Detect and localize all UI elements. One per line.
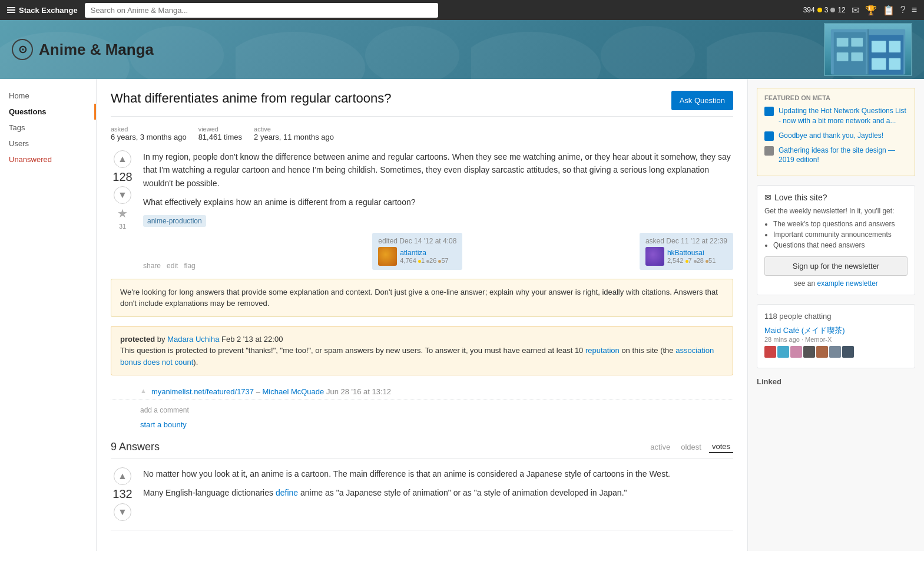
hk-rep: 2,542 7 28 51 — [667, 257, 716, 264]
example-newsletter-link[interactable]: example newsletter — [817, 279, 877, 288]
viewed-stat: viewed 81,461 times — [198, 126, 242, 141]
search-bar[interactable] — [85, 3, 438, 18]
site-header: ⊙ Anime & Manga — [0, 20, 924, 79]
help-icon[interactable]: ? — [900, 5, 906, 15]
sidebar-item-unanswered[interactable]: Unanswered — [0, 151, 96, 167]
hamburger-menu-icon[interactable]: ≡ — [912, 5, 917, 15]
site-logo-nav[interactable]: Stack Exchange — [7, 6, 78, 15]
downvote-button[interactable]: ▼ — [114, 186, 131, 204]
search-input[interactable] — [85, 3, 438, 18]
hamburger-icon[interactable] — [7, 7, 15, 13]
featured-link-1[interactable]: Updating the Hot Network Questions List … — [779, 106, 908, 126]
answer-upvote-button[interactable]: ▲ — [114, 467, 131, 485]
question-vote-area: ▲ 128 ▼ ★ 31 In my region, people don't … — [111, 150, 733, 270]
asked-by-card: asked Dec 11 '12 at 22:39 hkBattousai 2,… — [640, 233, 733, 270]
sidebar-item-tags[interactable]: Tags — [0, 120, 96, 136]
chat-avatar-5 — [816, 346, 828, 358]
active-label: active — [254, 126, 334, 133]
add-comment-area: add a comment — [140, 405, 733, 414]
answer-sort: active oldest votes — [647, 441, 733, 453]
featured-link-2[interactable]: Goodbye and thank you, Jaydles! — [779, 131, 883, 141]
sidebar: Home Questions Tags Users Unanswered — [0, 79, 97, 551]
hk-avatar — [645, 247, 664, 266]
asked-stat: asked 6 years, 3 months ago — [111, 126, 187, 141]
top-nav: Stack Exchange 394 3 12 ✉ 🏆 📋 ? ≡ — [0, 0, 924, 20]
newsletter-signup-button[interactable]: Sign up for the newsletter — [764, 256, 908, 276]
chat-room-name[interactable]: Maid Café (メイド喫茶) — [764, 325, 908, 336]
site-name: Anime & Manga — [39, 41, 154, 59]
linked-section: Linked — [757, 377, 915, 386]
viewed-label: viewed — [198, 126, 242, 133]
share-link[interactable]: share — [143, 262, 161, 270]
question-paragraph-1: In my region, people don't know the diff… — [143, 150, 733, 190]
svg-rect-6 — [851, 52, 863, 61]
sort-oldest-button[interactable]: oldest — [678, 441, 704, 453]
reputation-link[interactable]: reputation — [585, 346, 620, 355]
favorite-button[interactable]: ★ — [117, 206, 128, 220]
association-bonus-link[interactable]: association bonus does not count — [120, 346, 714, 367]
comment-link[interactable]: myanimelist.net/featured/1737 — [151, 387, 254, 396]
tags-row: anime-production — [143, 215, 733, 227]
answer-downvote-button[interactable]: ▼ — [114, 503, 131, 521]
define-link[interactable]: define — [276, 488, 298, 497]
start-bounty-link[interactable]: start a bounty — [140, 420, 187, 429]
active-stat: active 2 years, 11 months ago — [254, 126, 334, 141]
chat-avatar-7 — [842, 346, 854, 358]
sort-votes-button[interactable]: votes — [709, 441, 733, 453]
protected-box: protected by Madara Uchiha Feb 2 '13 at … — [111, 326, 733, 376]
silver-count: 12 — [837, 6, 845, 14]
inbox-icon[interactable]: ✉ — [852, 5, 859, 16]
tag-anime-production[interactable]: anime-production — [143, 215, 206, 227]
newsletter-list: The week's top questions and answers Imp… — [773, 220, 908, 249]
ask-question-button[interactable]: Ask Question — [671, 91, 733, 110]
svg-rect-8 — [889, 41, 901, 52]
chat-avatar-1 — [764, 346, 776, 358]
atlantiza-name[interactable]: atlantiza — [400, 249, 448, 257]
comment-date: Jun 28 '16 at 13:12 — [326, 387, 391, 396]
sidebar-item-users[interactable]: Users — [0, 136, 96, 151]
sidebar-item-home[interactable]: Home — [0, 88, 96, 104]
svg-rect-5 — [837, 52, 849, 61]
achievements-icon[interactable]: 🏆 — [865, 5, 877, 16]
review-icon[interactable]: 📋 — [883, 5, 895, 16]
svg-rect-7 — [872, 41, 886, 52]
comment-vote-button[interactable]: ▲ — [140, 387, 147, 394]
question-header: What differentiates anime from regular c… — [111, 91, 733, 117]
chat-box: 118 people chatting Maid Café (メイド喫茶) 28… — [757, 304, 915, 368]
question-title: What differentiates anime from regular c… — [111, 91, 660, 106]
protected-label: protected by Madara Uchiha Feb 2 '13 at … — [120, 335, 283, 344]
right-sidebar: FEATURED ON META Updating the Hot Networ… — [747, 79, 924, 551]
featured-link-3[interactable]: Gathering ideas for the site design — 20… — [779, 146, 908, 166]
design-icon-3 — [764, 146, 774, 156]
question-body: In my region, people don't know the diff… — [143, 150, 733, 270]
chat-title: 118 people chatting — [764, 312, 908, 321]
newsletter-envelope-icon: ✉ — [764, 193, 771, 202]
question-stats-bar: asked 6 years, 3 months ago viewed 81,46… — [111, 126, 733, 141]
site-logo-icon: ⊙ — [12, 39, 33, 60]
chat-avatar-4 — [803, 346, 815, 358]
add-comment-link[interactable]: add a comment — [140, 406, 189, 414]
atlantiza-rep: 4,764 1 26 57 — [400, 257, 448, 264]
answers-count: 9 Answers — [111, 441, 160, 453]
answer-1: ▲ 132 ▼ No matter how you look at it, an… — [111, 467, 733, 530]
comment-author-link[interactable]: Michael McQuade — [263, 387, 324, 396]
protector-link[interactable]: Madara Uchiha — [167, 335, 219, 344]
comment-text: myanimelist.net/featured/1737 – Michael … — [151, 387, 733, 396]
svg-rect-3 — [837, 38, 849, 47]
sort-active-button[interactable]: active — [647, 441, 673, 453]
sidebar-item-questions[interactable]: Questions — [0, 104, 96, 120]
newsletter-item-3: Questions that need answers — [773, 241, 908, 249]
vote-count: 128 — [112, 170, 132, 184]
upvote-button[interactable]: ▲ — [114, 150, 131, 168]
notice-box: We're looking for long answers that prov… — [111, 279, 733, 317]
active-value: 2 years, 11 months ago — [254, 133, 334, 141]
edit-link[interactable]: edit — [167, 262, 178, 270]
comment-entry: ▲ myanimelist.net/featured/1737 – Michae… — [111, 384, 733, 400]
edited-label: edited Dec 14 '12 at 4:08 — [378, 237, 456, 245]
answer-1-body: No matter how you look at it, an anime i… — [143, 467, 670, 521]
flag-link[interactable]: flag — [184, 262, 195, 270]
answers-header: 9 Answers active oldest votes — [111, 441, 733, 458]
chat-room-meta: 28 mins ago · Memor-X — [764, 336, 908, 343]
meta-icon-1 — [764, 107, 774, 116]
hk-name[interactable]: hkBattousai — [667, 249, 716, 257]
